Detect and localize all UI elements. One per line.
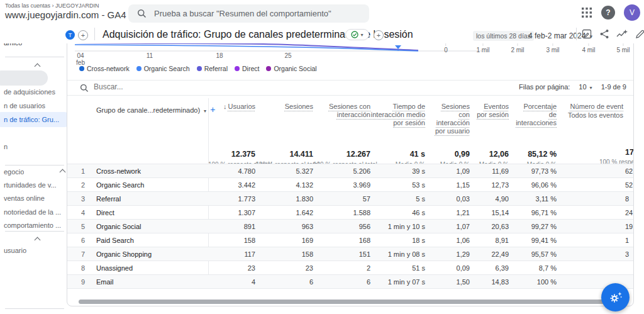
cell-porcentaje: 99,41 % bbox=[509, 237, 557, 244]
cell-sesiones-interaccion: 6 bbox=[313, 278, 370, 286]
x-tick: 11 bbox=[147, 52, 153, 59]
cell-sesiones-interaccion: 956 bbox=[313, 223, 370, 230]
row-number: 1 bbox=[79, 167, 96, 175]
report-status-button[interactable]: ▾ bbox=[345, 29, 369, 40]
date-preset-chip: los últimos 28 días bbox=[473, 31, 534, 41]
rows-per-page-label: Filas por página: bbox=[519, 83, 570, 91]
share-icon bbox=[599, 29, 609, 39]
table-body: 1 Cross-network 4.780 5.327 5.206 39 s 1… bbox=[67, 164, 634, 289]
row-number: 6 bbox=[79, 237, 96, 244]
row-number: 3 bbox=[79, 195, 96, 203]
cell-eventos-sesion: 11,69 bbox=[470, 167, 509, 175]
table-search-input[interactable] bbox=[94, 82, 282, 91]
total-value: 14.411 bbox=[289, 150, 313, 159]
add-report-tab-button[interactable]: + bbox=[374, 30, 384, 40]
legend-dot-icon bbox=[136, 66, 142, 71]
sidebar-item-leads[interactable]: rtunidades de v... bbox=[4, 181, 57, 189]
column-header-eventos-sesion[interactable]: Eventos por sesión bbox=[470, 98, 509, 135]
column-header-usuarios[interactable]: ↓Usuarios bbox=[208, 98, 255, 135]
sidebar-item-awareness[interactable]: notoriedad de la ... bbox=[4, 208, 61, 216]
cell-sesiones-interaccion: 1.588 bbox=[313, 209, 370, 216]
cell-numero-eventos: 52 bbox=[557, 181, 634, 189]
horizontal-scrollbar[interactable] bbox=[79, 300, 620, 304]
apps-grid-icon[interactable] bbox=[581, 7, 592, 18]
total-value: 12.267 bbox=[347, 150, 370, 159]
row-number: 9 bbox=[79, 278, 96, 286]
total-value: 12,06 bbox=[489, 150, 509, 159]
legend-dot-icon bbox=[266, 66, 271, 71]
help-icon[interactable]: ? bbox=[601, 6, 615, 20]
legend-label: Organic Social bbox=[274, 65, 316, 72]
comparison-badge[interactable]: T bbox=[65, 30, 75, 40]
cell-tiempo: 18 s bbox=[370, 237, 425, 244]
column-header-sesiones-interaccion[interactable]: Sesiones con interacción bbox=[313, 98, 370, 135]
collapse-section-icon[interactable] bbox=[60, 169, 66, 176]
edit-report-button[interactable] bbox=[634, 28, 644, 40]
legend-item: Organic Social bbox=[266, 65, 316, 72]
cell-tiempo: 1 min y 08 s bbox=[370, 250, 425, 258]
total-value: 85,12 % bbox=[528, 150, 557, 159]
channel-name: Cross-network bbox=[96, 167, 208, 175]
report-card: 04feb 11 18 25 0 1 mil 2 mil 3 mil 4 mil… bbox=[67, 36, 634, 306]
cell-sesiones: 5.327 bbox=[255, 167, 313, 175]
table-row: 5 Organic Social 891 963 956 1 min y 10 … bbox=[67, 219, 634, 233]
sidebar-item-user-acquisition[interactable]: n de usuarios bbox=[4, 102, 45, 109]
channel-name: Email bbox=[96, 278, 208, 286]
sidebar-item-pill[interactable] bbox=[0, 70, 48, 86]
dimension-column-header[interactable]: Grupo de canale...redeterminado)▾+ bbox=[96, 98, 208, 135]
sidebar-item-behavior[interactable]: comportamiento ... bbox=[4, 221, 61, 229]
breadcrumb[interactable]: Todas las cuentas › JUEGOYJARDIN bbox=[5, 3, 99, 9]
cell-sesiones-interaccion: 151 bbox=[313, 250, 370, 258]
cell-sesiones: 169 bbox=[255, 237, 313, 244]
cell-tiempo: 1 min y 10 s bbox=[370, 223, 425, 230]
global-search-input[interactable] bbox=[154, 9, 355, 18]
column-header-tiempo-interaccion[interactable]: Tiempo de interacción medio por sesión bbox=[370, 98, 425, 135]
check-circle-icon bbox=[351, 31, 358, 38]
cell-numero-eventos: 3 bbox=[557, 250, 634, 258]
cell-sesiones: 1.830 bbox=[255, 195, 313, 203]
global-search-bar[interactable] bbox=[128, 4, 369, 23]
legend-dot-icon bbox=[197, 66, 202, 71]
column-header-numero-eventos[interactable]: Número de eventTodos los eventos bbox=[557, 98, 634, 135]
sidebar-item-n[interactable]: n bbox=[4, 143, 8, 150]
cell-sesiones-usuario: 1,09 bbox=[425, 167, 470, 175]
annotation-marker-icon bbox=[395, 45, 401, 49]
cell-sesiones-interaccion: 3.969 bbox=[313, 181, 370, 189]
legend-item: Referral bbox=[197, 65, 228, 72]
sidebar-section-business[interactable]: egocio bbox=[4, 168, 24, 176]
table-search-row: Filas por página: 10▾ 1-9 de 9 bbox=[67, 81, 634, 96]
cell-usuarios: 158 bbox=[208, 237, 255, 244]
ga4-screen: 04feb 11 18 25 0 1 mil 2 mil 3 mil 4 mil… bbox=[0, 0, 644, 314]
column-header-sesiones[interactable]: Sesiones bbox=[255, 98, 313, 135]
header-divider bbox=[576, 28, 577, 40]
column-header-porcentaje[interactable]: Porcentaje de interacciones bbox=[509, 98, 557, 135]
cell-numero-eventos: 24 bbox=[557, 209, 634, 216]
collapse-section-icon[interactable] bbox=[35, 64, 41, 70]
property-switcher[interactable]: www.juegoyjardin.com - GA4▾ bbox=[5, 9, 131, 20]
add-comparison-button[interactable]: + bbox=[78, 30, 88, 40]
cell-numero-eventos: 8 bbox=[557, 195, 634, 203]
table-row: 9 Email 4 6 6 1 min y 07 s 1,50 14,83 10… bbox=[67, 274, 634, 288]
insights-fab[interactable] bbox=[601, 283, 630, 311]
cell-usuarios: 23 bbox=[208, 264, 255, 272]
cell-tiempo: 51 s bbox=[370, 264, 425, 272]
sidebar-item-online-sales[interactable]: ventas online bbox=[4, 194, 45, 202]
cell-sesiones: 23 bbox=[255, 264, 313, 272]
chevron-down-icon: ▾ bbox=[360, 32, 363, 38]
edit-comparison-button[interactable] bbox=[581, 28, 592, 40]
sidebar-divider bbox=[5, 57, 64, 57]
sidebar-item-acquisition-overview[interactable]: de adquisiciones bbox=[4, 88, 55, 96]
cell-sesiones-usuario: 1,21 bbox=[425, 209, 470, 216]
sidebar-nav: ámico de adquisiciones n de usuarios n d… bbox=[0, 25, 73, 314]
share-report-button[interactable] bbox=[599, 28, 610, 40]
sidebar-item-traffic-acquisition-selected[interactable]: n de tráfico: Gru... bbox=[0, 112, 72, 127]
column-header-sesiones-por-usuario[interactable]: Sesiones con interacción por usuario bbox=[425, 98, 470, 135]
collapse-section-icon[interactable] bbox=[35, 237, 41, 244]
cell-porcentaje: 8,7 % bbox=[509, 264, 557, 272]
avatar[interactable]: V bbox=[624, 4, 640, 21]
table-row: 7 Organic Shopping 117 158 151 1 min y 0… bbox=[67, 247, 634, 261]
table-row: 2 Organic Search 3.442 4.132 3.969 53 s … bbox=[67, 177, 634, 191]
insights-button[interactable] bbox=[616, 28, 628, 40]
rows-per-page-select[interactable]: 10▾ bbox=[579, 83, 592, 91]
sidebar-item-user[interactable]: usuario bbox=[4, 247, 26, 254]
